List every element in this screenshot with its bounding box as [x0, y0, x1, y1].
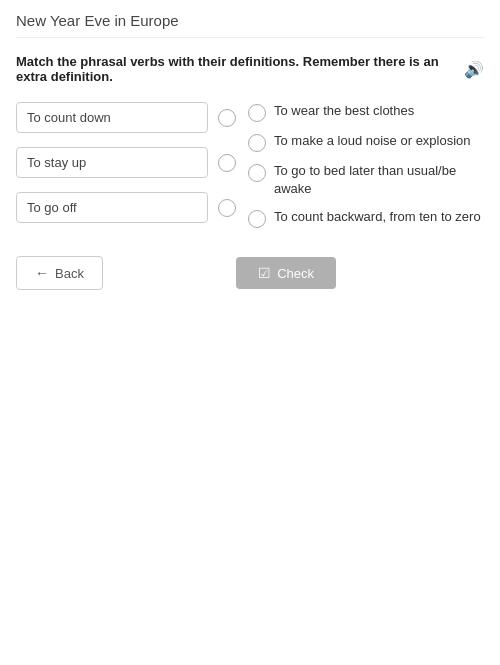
definition-radio-d2[interactable]: [248, 134, 266, 152]
page-title: New Year Eve in Europe: [16, 12, 484, 38]
back-button[interactable]: ← Back: [16, 256, 103, 290]
check-icon: ☑: [258, 265, 271, 281]
phrase-box: To count down: [16, 102, 208, 133]
definition-text: To wear the best clothes: [274, 102, 414, 120]
definition-item: To count backward, from ten to zero: [248, 208, 484, 228]
back-arrow-icon: ←: [35, 265, 49, 281]
check-button[interactable]: ☑ Check: [236, 257, 336, 289]
phrase-item: To stay up: [16, 147, 236, 178]
back-label: Back: [55, 266, 84, 281]
phrase-box: To go off: [16, 192, 208, 223]
phrases-column: To count downTo stay upTo go off: [16, 102, 236, 223]
definition-text: To go to bed later than usual/be awake: [274, 162, 484, 198]
definition-item: To wear the best clothes: [248, 102, 484, 122]
matching-area: To count downTo stay upTo go off To wear…: [16, 102, 484, 228]
definition-text: To count backward, from ten to zero: [274, 208, 481, 226]
definition-radio-d1[interactable]: [248, 104, 266, 122]
phrase-box: To stay up: [16, 147, 208, 178]
phrase-item: To count down: [16, 102, 236, 133]
buttons-row: ← Back ☑ Check: [16, 256, 336, 290]
definitions-column: To wear the best clothesTo make a loud n…: [236, 102, 484, 228]
definition-item: To go to bed later than usual/be awake: [248, 162, 484, 198]
phrase-item: To go off: [16, 192, 236, 223]
phrase-radio-p3[interactable]: [218, 199, 236, 217]
check-label: Check: [277, 266, 314, 281]
phrase-radio-p2[interactable]: [218, 154, 236, 172]
audio-icon[interactable]: 🔊: [464, 60, 484, 79]
phrase-radio-p1[interactable]: [218, 109, 236, 127]
definition-radio-d3[interactable]: [248, 164, 266, 182]
definition-item: To make a loud noise or explosion: [248, 132, 484, 152]
instruction-text: Match the phrasal verbs with their defin…: [16, 54, 456, 84]
definition-radio-d4[interactable]: [248, 210, 266, 228]
definition-text: To make a loud noise or explosion: [274, 132, 471, 150]
